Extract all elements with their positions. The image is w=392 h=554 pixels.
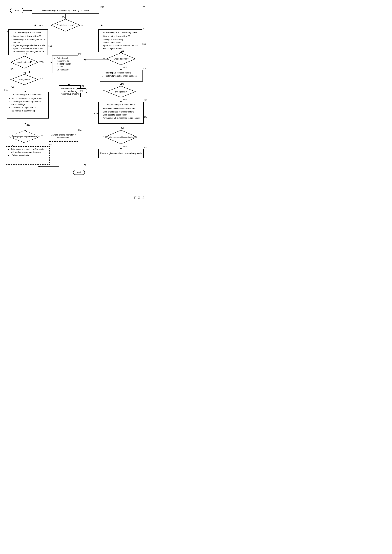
node-234: Retard spark (smaller extent) Restore ti…	[100, 70, 143, 82]
end1-node: end	[76, 88, 87, 93]
n232-yes-label: YES	[123, 66, 127, 69]
node-238: Operate engine in fourth mode Enrich com…	[98, 102, 144, 124]
node-214: Pre-ignition? 214	[10, 74, 39, 85]
ref-204: 204	[62, 16, 65, 19]
ref-216: 216	[81, 85, 84, 87]
n236-yes-label: YES	[123, 99, 127, 101]
node-210: Knock detected? 210	[10, 56, 39, 69]
ref-214: 214	[23, 71, 27, 74]
ref-238: 238	[144, 99, 147, 102]
n210-no-label: NO	[10, 68, 14, 71]
n222-no-label: NO	[41, 135, 44, 137]
ref-242: 242	[121, 127, 124, 129]
ref-232: 232	[121, 50, 124, 52]
ref-236: 236	[121, 83, 124, 85]
n214-no-label: NO	[40, 77, 42, 80]
ref-222: 222	[23, 128, 27, 130]
start-node: start	[10, 8, 23, 13]
n232-no-label: NO	[103, 57, 106, 60]
ref-218: 218	[4, 89, 7, 92]
ref-234: 234	[143, 67, 147, 70]
ref-210: 210	[23, 53, 27, 56]
ref-208: 208	[48, 45, 52, 47]
node-232: Knock detected? 232	[106, 52, 136, 66]
node-226: Return engine operation to first mode wi…	[6, 146, 49, 165]
flowchart-diagram: 200 start Determine engine (and vehicle)…	[3, 3, 148, 202]
node-244: Return engine operation to post-delivery…	[98, 149, 144, 158]
node-202: Determine engine (and vehicle) operating…	[32, 7, 99, 14]
n214-yes-label: YES	[10, 86, 14, 88]
node-228: Operate engine in post-delivery mode At …	[98, 29, 142, 52]
ref-244: 244	[144, 146, 147, 149]
node-224: Maintain engine operation in second mode	[49, 131, 78, 142]
node-206: Operate engine in first mode Leaner than…	[8, 29, 48, 55]
n204-no-label: NO	[81, 24, 84, 27]
ref-200-label: 200	[142, 5, 146, 8]
n242-yes-label: YES	[123, 145, 127, 148]
ref-226: 226	[49, 144, 52, 146]
node-218: Operate engine in second mode Enrich com…	[7, 92, 49, 119]
node-222: Spark plug fouling conditions? 222	[8, 130, 40, 143]
ref-224: 224	[78, 129, 82, 131]
node-212: Retard spark responsive to feedback knoc…	[52, 55, 78, 73]
n204-yes-label: YES	[39, 24, 43, 27]
ref-202: 202	[100, 6, 104, 8]
n242-no-label: NO	[103, 135, 105, 138]
end2-node: end	[73, 170, 85, 175]
node-236: Pre-ignition? 236	[106, 85, 136, 98]
ref-240: 240	[144, 116, 147, 118]
node-204: Pre-delivery phase? 204	[50, 19, 81, 32]
n210-yes-label: YES	[40, 61, 43, 63]
ref-212: 212	[78, 53, 82, 55]
ref-220: 220	[27, 124, 30, 126]
n236-no-label: NO	[103, 89, 106, 92]
ref-230: 230	[142, 43, 146, 45]
fig-label: FIG. 2	[134, 196, 145, 200]
node-242: Pre-ignition conditions mitigated? 242	[104, 129, 138, 145]
